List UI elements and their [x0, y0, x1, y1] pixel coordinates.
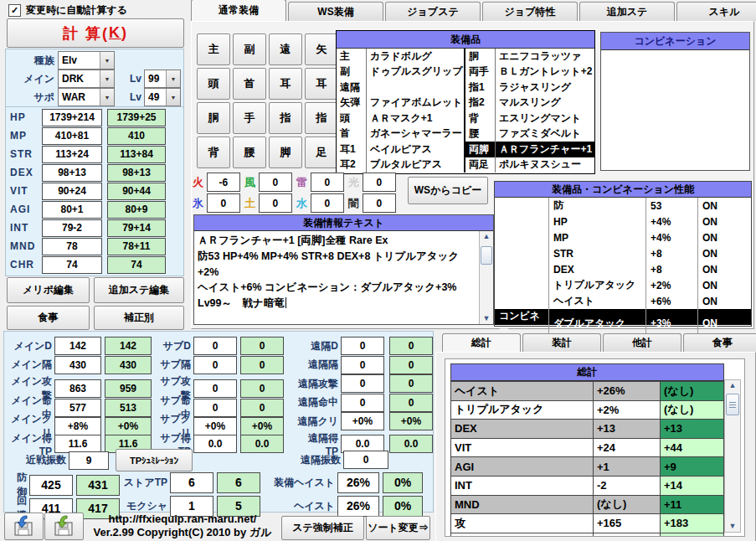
info-scrollbar[interactable]: ▲ ▼ — [479, 231, 493, 324]
equipment-row[interactable]: 耳2 ブルタルピアス 両足 ポルキヌスシュー — [337, 157, 594, 173]
totals-tab[interactable]: 装計 — [522, 333, 601, 352]
element-value-input[interactable]: 0 — [363, 173, 396, 192]
force-correct-button[interactable]: ステ強制補正 — [281, 516, 364, 540]
equip-item-cell[interactable]: ファイアボムレット — [367, 95, 464, 111]
main-tab[interactable]: ジョブ特性 — [482, 2, 578, 21]
perf-state-cell[interactable]: ON — [697, 277, 751, 293]
equip-item-cell[interactable] — [367, 80, 464, 95]
equip-item-cell[interactable]: ガネーシャマーラー — [367, 126, 464, 142]
equipment-row[interactable]: 頭 ＡＲマスク+1 背 エスリングマント — [337, 111, 594, 126]
chevron-down-icon[interactable]: ▼ — [166, 70, 180, 87]
slot-button[interactable]: 遠 — [269, 33, 302, 65]
slot-button[interactable]: 手 — [233, 102, 266, 134]
slot-button[interactable]: 脚 — [269, 137, 302, 168]
equip-item-cell[interactable]: カラドボルグ — [367, 49, 464, 64]
perf-row[interactable]: コンビネー ダブルアタック +3% ON — [495, 309, 751, 325]
add-stat-edit-button[interactable]: 追加ステ編集 — [94, 277, 184, 303]
equip-item-cell[interactable]: マルスリング — [496, 95, 594, 111]
slot-button[interactable]: 耳 — [305, 68, 338, 100]
equip-item-cell[interactable]: ベイルピアス — [367, 142, 464, 157]
perf-state-cell[interactable]: ON — [697, 261, 751, 277]
main-tab[interactable]: 通常装備 — [191, 0, 286, 21]
equipment-row[interactable]: 耳1 ベイルピアス 両脚 ＡＲフランチャー+1 — [337, 142, 594, 157]
correction-button[interactable]: 補正別 — [94, 306, 184, 330]
slot-button[interactable]: 腰 — [233, 137, 266, 168]
totals-tab[interactable]: 総計 — [442, 333, 521, 352]
slot-button[interactable]: 耳 — [269, 68, 302, 100]
element-value-input[interactable]: 0 — [311, 193, 344, 213]
perf-row[interactable]: MP +4% ON — [495, 229, 751, 245]
totals-tab[interactable]: 食事 — [683, 333, 756, 352]
food-button[interactable]: 食事 — [7, 306, 90, 330]
chevron-down-icon[interactable]: ▼ — [100, 89, 114, 106]
perf-row[interactable]: STR +8 ON — [495, 245, 751, 261]
perf-state-cell[interactable]: ON — [697, 214, 751, 229]
perf-state-cell[interactable]: ON — [697, 245, 751, 261]
totals-scrollbar[interactable]: ▲ ▼ — [724, 379, 741, 533]
slot-button[interactable]: 頭 — [197, 68, 230, 100]
ws-copy-button[interactable]: WSからコピー — [408, 177, 488, 204]
equipment-row[interactable]: 副 ドゥプルスグリップ 両手 ＢＬガントレット+2 — [337, 64, 594, 80]
equipment-row[interactable]: 首 ガネーシャマーラー 腰 ファズミダベルト — [337, 126, 594, 142]
chevron-down-icon[interactable]: ▼ — [100, 52, 114, 69]
save-file-button[interactable] — [44, 513, 84, 540]
equip-item-cell[interactable]: ドゥプルスグリップ — [367, 64, 464, 80]
main-tab[interactable]: スキル — [676, 2, 756, 21]
slot-button[interactable]: 指 — [305, 102, 338, 134]
equip-item-cell[interactable]: ポルキヌスシュー — [496, 157, 594, 173]
perf-row[interactable]: ヘイスト +6% ON — [495, 293, 751, 309]
race-select[interactable]: Elv ▼ — [58, 51, 115, 70]
element-value-input[interactable]: -6 — [207, 173, 240, 192]
merit-edit-button[interactable]: メリポ編集 — [7, 277, 90, 303]
scroll-up-icon[interactable]: ▲ — [483, 231, 491, 242]
slot-button[interactable]: 副 — [233, 33, 266, 65]
calc-button[interactable]: 計 算(K) — [7, 18, 184, 48]
element-value-input[interactable]: 0 — [259, 193, 292, 213]
slot-button[interactable]: 指 — [269, 102, 302, 134]
equipment-row[interactable]: 矢弾 ファイアボムレット 指2 マルスリング — [337, 95, 594, 111]
slot-button[interactable]: 背 — [197, 137, 230, 168]
element-value-input[interactable]: 0 — [363, 193, 396, 213]
slot-button[interactable]: 首 — [233, 68, 266, 100]
main-tab[interactable]: 追加ステ — [579, 2, 675, 21]
equip-info-textarea[interactable]: ＡＲフランチャー+1 [両脚]全種 Rare Ex 防53 HP+4% MP+4… — [194, 231, 480, 324]
slot-button[interactable]: 足 — [305, 137, 338, 168]
scroll-down-icon[interactable]: ▼ — [729, 521, 737, 532]
slot-button[interactable]: 主 — [197, 33, 230, 65]
scroll-down-icon[interactable]: ▼ — [483, 313, 491, 324]
tp-sim-button[interactable]: TPｼｭﾐﾚｰｼｮﾝ — [116, 449, 193, 471]
perf-row[interactable]: トリプルアタック +2% ON — [495, 277, 751, 293]
main-tab[interactable]: ジョブステ — [385, 2, 481, 21]
sub-job-select[interactable]: WAR ▼ — [58, 88, 115, 106]
equip-item-cell[interactable]: ブルタルピアス — [367, 157, 464, 173]
perf-row[interactable]: 防 53 ON — [495, 198, 751, 214]
element-value-input[interactable]: 0 — [311, 173, 344, 192]
chevron-down-icon[interactable]: ▼ — [100, 70, 114, 87]
scrollbar-thumb[interactable] — [726, 394, 739, 415]
chevron-down-icon[interactable]: ▼ — [166, 89, 180, 106]
scrollbar-thumb[interactable] — [481, 246, 493, 265]
equip-item-cell[interactable]: ＡＲフランチャー+1 — [496, 142, 594, 157]
perf-state-cell[interactable]: ON — [697, 293, 751, 309]
perf-state-cell[interactable]: ON — [697, 198, 751, 214]
sub-lv-select[interactable]: 49 ▼ — [144, 88, 181, 106]
totals-tab[interactable]: 他計 — [603, 333, 681, 352]
equip-item-cell[interactable]: エスリングマント — [496, 111, 594, 126]
site-url[interactable]: http://ffxiequip.ran-maru.net/ — [85, 513, 280, 526]
auto-calc-checkbox[interactable]: ✓ — [8, 4, 21, 17]
equipment-row[interactable]: 主 カラドボルグ 胴 エニフコラッツァ — [337, 49, 594, 64]
main-tab[interactable]: WS装備 — [288, 2, 383, 21]
slot-button[interactable]: 胴 — [197, 102, 230, 134]
perf-row[interactable]: DEX +8 ON — [495, 261, 751, 277]
perf-state-cell[interactable]: ON — [697, 229, 751, 245]
equip-item-cell[interactable]: ＢＬガントレット+2 — [496, 64, 594, 80]
element-value-input[interactable]: 0 — [259, 173, 292, 192]
main-job-select[interactable]: DRK ▼ — [58, 70, 115, 88]
perf-row[interactable]: HP +4% ON — [495, 214, 751, 229]
scroll-up-icon[interactable]: ▲ — [729, 380, 737, 391]
main-lv-select[interactable]: 99 ▼ — [144, 70, 181, 88]
element-value-input[interactable]: 0 — [207, 193, 240, 213]
slot-button[interactable]: 矢 — [305, 33, 338, 65]
equipment-row[interactable]: 遠隔 指1 ラジャスリング — [337, 80, 594, 95]
equip-item-cell[interactable]: ファズミダベルト — [496, 126, 594, 142]
